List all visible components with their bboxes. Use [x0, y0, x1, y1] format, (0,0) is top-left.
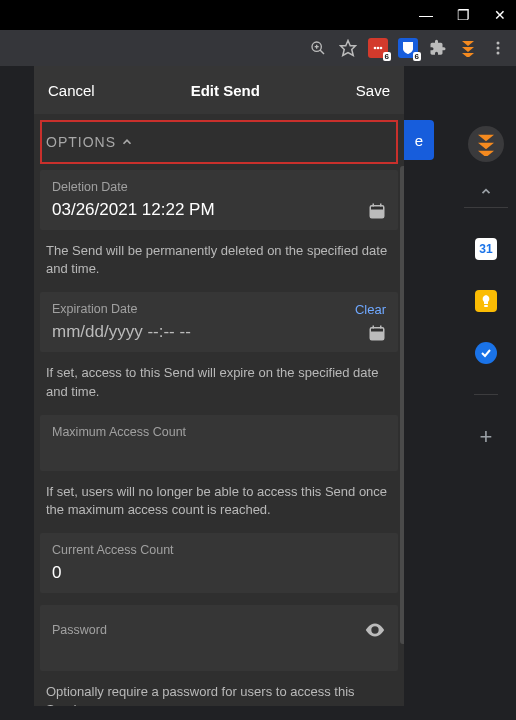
svg-rect-17 — [484, 305, 488, 307]
cancel-button[interactable]: Cancel — [48, 82, 95, 99]
bookmark-star-icon[interactable] — [338, 38, 358, 58]
current-access-value: 0 — [52, 561, 386, 589]
field-label: Password — [52, 623, 107, 637]
window-close-icon[interactable]: ✕ — [494, 7, 506, 23]
max-access-count-field[interactable]: Maximum Access Count — [40, 415, 398, 471]
svg-point-5 — [374, 47, 377, 50]
extension-badge-count: 6 — [413, 52, 421, 61]
calendar-icon[interactable] — [368, 202, 386, 220]
svg-marker-8 — [462, 41, 474, 46]
field-label: Deletion Date — [52, 180, 386, 194]
extension-lastpass-icon[interactable]: 6 — [368, 38, 388, 58]
save-button-fragment[interactable]: e — [404, 120, 434, 160]
google-calendar-icon[interactable]: 31 — [475, 238, 497, 260]
expiration-date-field[interactable]: Expiration Date Clear mm/dd/yyyy --:-- -… — [40, 292, 398, 352]
window-titlebar: — ❐ ✕ — [0, 0, 516, 30]
scrollbar[interactable] — [400, 166, 404, 644]
browser-menu-icon[interactable] — [488, 38, 508, 58]
svg-line-1 — [320, 50, 324, 54]
side-panel-divider — [474, 394, 498, 395]
eye-icon[interactable] — [364, 619, 386, 641]
extension-overflow-icon[interactable] — [458, 38, 478, 58]
deletion-date-help: The Send will be permanently deleted on … — [40, 234, 398, 292]
window-maximize-icon[interactable]: ❐ — [457, 7, 470, 23]
side-panel: 31 + — [456, 66, 516, 720]
field-label: Maximum Access Count — [52, 425, 386, 439]
chevron-up-icon — [120, 135, 134, 149]
svg-marker-4 — [341, 41, 356, 56]
popup-header: Cancel Edit Send Save — [34, 66, 404, 114]
svg-point-12 — [497, 47, 500, 50]
svg-point-7 — [380, 47, 383, 50]
password-field[interactable]: Password — [40, 605, 398, 671]
svg-point-28 — [373, 628, 377, 632]
password-help: Optionally require a password for users … — [40, 675, 398, 706]
extension-bitwarden-icon[interactable]: 6 — [398, 38, 418, 58]
deletion-date-field[interactable]: Deletion Date 03/26/2021 12:22 PM — [40, 170, 398, 230]
browser-toolbar: 6 6 — [0, 30, 516, 66]
expiration-date-input[interactable]: mm/dd/yyyy --:-- -- — [52, 320, 386, 348]
google-keep-icon[interactable] — [475, 290, 497, 312]
expiration-date-help: If set, access to this Send will expire … — [40, 356, 398, 414]
current-access-count-field: Current Access Count 0 — [40, 533, 398, 593]
save-button[interactable]: Save — [356, 82, 390, 99]
popup-body[interactable]: OPTIONS Deletion Date 03/26/2021 12:22 P… — [34, 114, 404, 706]
collapse-sidepanel-button[interactable] — [464, 176, 508, 208]
zoom-icon[interactable] — [308, 38, 328, 58]
edit-send-popup: Cancel Edit Send Save OPTIONS Deletion D… — [34, 66, 404, 706]
svg-point-6 — [377, 47, 380, 50]
svg-marker-15 — [478, 143, 494, 150]
svg-marker-14 — [478, 135, 494, 142]
profile-avatar[interactable] — [468, 126, 504, 162]
extensions-puzzle-icon[interactable] — [428, 38, 448, 58]
add-addon-icon[interactable]: + — [475, 425, 497, 447]
spacer — [40, 597, 398, 605]
max-access-help: If set, users will no longer be able to … — [40, 475, 398, 533]
popup-title: Edit Send — [191, 82, 260, 99]
svg-point-11 — [497, 42, 500, 45]
svg-marker-10 — [462, 53, 474, 57]
google-tasks-icon[interactable] — [475, 342, 497, 364]
field-label: Expiration Date — [52, 302, 386, 316]
options-section-toggle[interactable]: OPTIONS — [40, 120, 398, 164]
extension-badge-count: 6 — [383, 52, 391, 61]
options-label: OPTIONS — [46, 134, 116, 150]
window-minimize-icon[interactable]: — — [419, 7, 433, 23]
svg-point-13 — [497, 52, 500, 55]
calendar-icon[interactable] — [368, 324, 386, 342]
field-label: Current Access Count — [52, 543, 386, 557]
svg-marker-9 — [462, 47, 474, 52]
deletion-date-value[interactable]: 03/26/2021 12:22 PM — [52, 198, 386, 226]
clear-button[interactable]: Clear — [355, 302, 386, 317]
svg-marker-16 — [478, 151, 494, 156]
